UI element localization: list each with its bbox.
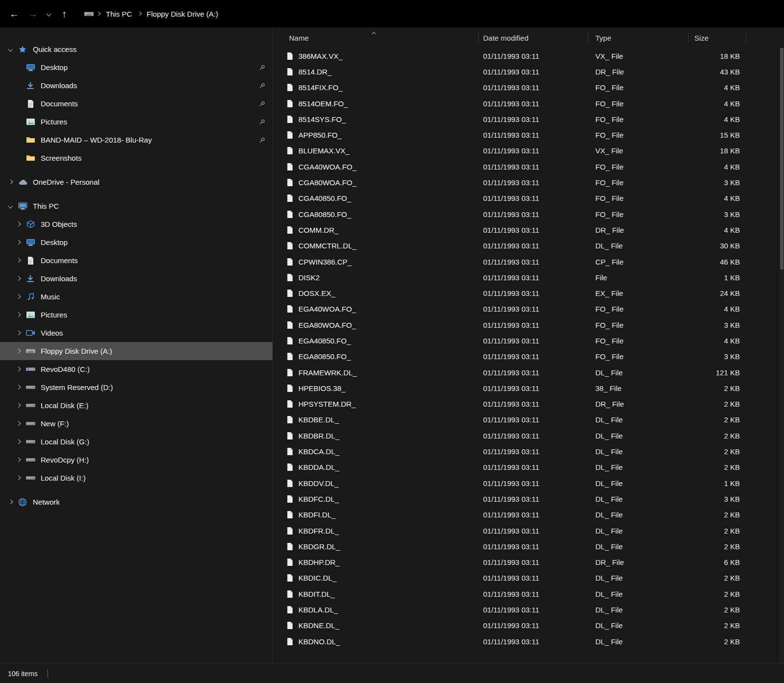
chevron-right-icon[interactable] (12, 342, 24, 360)
sidebar-item-revodcpy-h[interactable]: RevoDcpy (H:) (0, 451, 272, 469)
breadcrumb-this-pc[interactable]: This PC (102, 5, 136, 22)
chevron-right-icon[interactable] (12, 324, 24, 342)
sidebar-item-floppy-disk-drive-a[interactable]: Floppy Disk Drive (A:) (0, 342, 272, 360)
sidebar-item-downloads[interactable]: Downloads (0, 76, 272, 95)
chevron-right-icon[interactable] (12, 288, 24, 306)
sidebar-item-band-maid-wd-2018-blu-ray[interactable]: BAND-MAID – WD-2018- Blu-Ray (0, 131, 272, 149)
file-row[interactable]: EGA40850.FO_01/11/1993 03:11FO_ File4 KB (273, 333, 784, 348)
sidebar-item-music[interactable]: Music (0, 288, 272, 306)
chevron-down-icon[interactable] (4, 197, 17, 215)
file-row[interactable]: BLUEMAX.VX_01/11/1993 03:11VX_ File18 KB (273, 143, 784, 159)
chevron-right-icon[interactable] (12, 306, 24, 324)
file-row[interactable]: FRAMEWRK.DL_01/11/1993 03:11DL_ File121 … (273, 365, 784, 380)
chevron-right-icon[interactable] (12, 415, 24, 433)
chevron-right-icon[interactable] (12, 396, 24, 415)
file-row[interactable]: KBDBE.DL_01/11/1993 03:11DL_ File2 KB (273, 412, 784, 428)
breadcrumb-floppy-disk-drive[interactable]: Floppy Disk Drive (A:) (143, 5, 222, 22)
sidebar-item-onedrive-personal[interactable]: OneDrive - Personal (0, 173, 272, 191)
file-row[interactable]: 386MAX.VX_01/11/1993 03:11VX_ File18 KB (273, 48, 784, 64)
file-row[interactable]: KBDCA.DL_01/11/1993 03:11DL_ File2 KB (273, 443, 784, 459)
file-row[interactable]: KBDIC.DL_01/11/1993 03:11DL_ File2 KB (273, 570, 784, 586)
file-row[interactable]: COMMCTRL.DL_01/11/1993 03:11DL_ File30 K… (273, 238, 784, 254)
file-row[interactable]: 8514SYS.FO_01/11/1993 03:11FO_ File4 KB (273, 111, 784, 127)
forward-button[interactable]: → (24, 4, 42, 23)
file-row[interactable]: KBDIT.DL_01/11/1993 03:11DL_ File2 KB (273, 586, 784, 602)
file-row[interactable]: KBDLA.DL_01/11/1993 03:11DL_ File2 KB (273, 602, 784, 617)
up-button[interactable]: ↑ (55, 4, 74, 23)
file-row[interactable]: 8514.DR_01/11/1993 03:11DR_ File43 KB (273, 64, 784, 79)
chevron-right-icon[interactable] (12, 469, 24, 487)
file-row[interactable]: EGA80850.FO_01/11/1993 03:11FO_ File3 KB (273, 349, 784, 365)
chevron-right-icon[interactable] (4, 173, 17, 191)
file-row[interactable]: 8514FIX.FO_01/11/1993 03:11FO_ File4 KB (273, 80, 784, 96)
sidebar-item-local-disk-g[interactable]: Local Disk (G:) (0, 433, 272, 451)
file-row[interactable]: KBDFI.DL_01/11/1993 03:11DL_ File2 KB (273, 507, 784, 523)
back-button[interactable]: ← (5, 4, 24, 23)
file-row[interactable]: CGA40850.FO_01/11/1993 03:11FO_ File4 KB (273, 191, 784, 206)
sidebar-item-new-f[interactable]: New (F:) (0, 415, 272, 433)
column-header-size[interactable]: Size (688, 27, 746, 48)
sidebar-item-system-reserved-d[interactable]: System Reserved (D:) (0, 378, 272, 396)
column-header-name[interactable]: Name (273, 27, 479, 48)
chevron-right-icon[interactable] (12, 433, 24, 451)
file-row[interactable]: CGA40WOA.FO_01/11/1993 03:11FO_ File4 KB (273, 159, 784, 174)
sidebar-item-documents[interactable]: Documents (0, 95, 272, 113)
column-header-date-modified[interactable]: Date modified (479, 27, 588, 48)
pin-icon (259, 136, 266, 144)
chevron-right-icon[interactable] (12, 378, 24, 396)
sidebar-item-pictures[interactable]: Pictures (0, 113, 272, 131)
file-row[interactable]: HPEBIOS.38_01/11/1993 03:1138_ File2 KB (273, 380, 784, 396)
file-row[interactable]: 8514OEM.FO_01/11/1993 03:11FO_ File4 KB (273, 96, 784, 111)
sidebar-item-network[interactable]: Network (0, 493, 272, 511)
sidebar-item-revod480-c[interactable]: RevoD480 (C:) (0, 360, 272, 378)
column-header-type[interactable]: Type (588, 27, 688, 48)
file-row[interactable]: CGA80WOA.FO_01/11/1993 03:11FO_ File3 KB (273, 174, 784, 190)
sidebar-item-downloads[interactable]: Downloads (0, 269, 272, 288)
sidebar-item-desktop[interactable]: Desktop (0, 233, 272, 251)
file-icon (287, 305, 294, 313)
sidebar-item-videos[interactable]: Videos (0, 324, 272, 342)
file-row[interactable]: KBDHP.DR_01/11/1993 03:11DR_ File6 KB (273, 555, 784, 570)
file-row[interactable]: KBDFC.DL_01/11/1993 03:11DL_ File3 KB (273, 491, 784, 507)
file-row[interactable]: KBDFR.DL_01/11/1993 03:11DL_ File2 KB (273, 523, 784, 538)
chevron-right-icon[interactable] (12, 251, 24, 269)
file-row[interactable]: EGA80WOA.FO_01/11/1993 03:11FO_ File3 KB (273, 317, 784, 333)
file-row[interactable]: HPSYSTEM.DR_01/11/1993 03:11DR_ File2 KB (273, 396, 784, 412)
chevron-right-icon[interactable] (12, 215, 24, 233)
file-row[interactable]: CPWIN386.CP_01/11/1993 03:11CP_ File46 K… (273, 254, 784, 269)
file-row[interactable]: KBDDV.DL_01/11/1993 03:11DL_ File1 KB (273, 475, 784, 491)
chevron-right-icon[interactable] (12, 451, 24, 469)
file-row[interactable]: KBDDA.DL_01/11/1993 03:11DL_ File2 KB (273, 460, 784, 475)
chevron-right-icon[interactable] (12, 233, 24, 251)
sidebar-item-local-disk-e[interactable]: Local Disk (E:) (0, 396, 272, 415)
file-row[interactable]: COMM.DR_01/11/1993 03:11DR_ File4 KB (273, 222, 784, 238)
chevron-down-icon[interactable] (4, 40, 17, 58)
file-row[interactable]: KBDBR.DL_01/11/1993 03:11DL_ File2 KB (273, 428, 784, 443)
sidebar-item-this-pc[interactable]: This PC (0, 197, 272, 215)
file-row[interactable]: DOSX.EX_01/11/1993 03:11EX_ File24 KB (273, 285, 784, 301)
vertical-scrollbar[interactable] (780, 48, 784, 663)
sidebar-item-local-disk-i[interactable]: Local Disk (I:) (0, 469, 272, 487)
file-row[interactable]: CGA80850.FO_01/11/1993 03:11FO_ File3 KB (273, 206, 784, 222)
scrollbar-thumb[interactable] (780, 48, 784, 269)
chevron-right-icon[interactable] (4, 493, 17, 511)
sidebar-item-screenshots[interactable]: Screenshots (0, 149, 272, 167)
chevron-right-icon[interactable] (12, 269, 24, 288)
file-date-modified: 01/11/1993 03:11 (479, 400, 588, 408)
file-row[interactable]: EGA40WOA.FO_01/11/1993 03:11FO_ File4 KB (273, 301, 784, 317)
file-name: KBDNE.DL_ (298, 621, 339, 630)
recent-locations-dropdown-button[interactable] (42, 4, 55, 23)
sidebar-item-documents[interactable]: Documents (0, 251, 272, 269)
file-row[interactable]: APP850.FO_01/11/1993 03:11FO_ File15 KB (273, 127, 784, 143)
file-row[interactable]: KBDNO.DL_01/11/1993 03:11DL_ File2 KB (273, 634, 784, 649)
file-name: FRAMEWRK.DL_ (298, 368, 357, 377)
chevron-right-icon[interactable] (12, 360, 24, 378)
file-row[interactable]: KBDGR.DL_01/11/1993 03:11DL_ File2 KB (273, 538, 784, 554)
sidebar-item-3d-objects[interactable]: 3D Objects (0, 215, 272, 233)
sidebar-item-label: System Reserved (D:) (41, 383, 113, 391)
sidebar-item-pictures[interactable]: Pictures (0, 306, 272, 324)
file-row[interactable]: DISK201/11/1993 03:11File1 KB (273, 269, 784, 285)
sidebar-item-quick-access[interactable]: Quick access (0, 40, 272, 58)
sidebar-item-desktop[interactable]: Desktop (0, 58, 272, 76)
file-row[interactable]: KBDNE.DL_01/11/1993 03:11DL_ File2 KB (273, 618, 784, 634)
